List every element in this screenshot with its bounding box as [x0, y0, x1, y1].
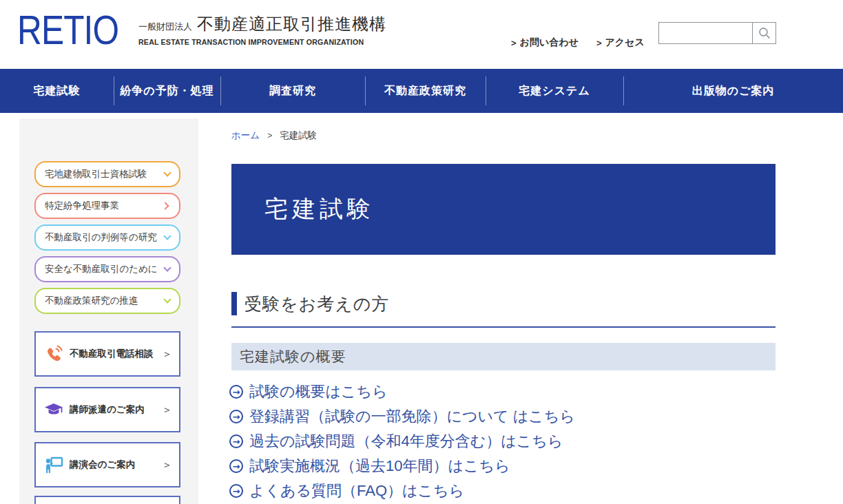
sidebar-item-label: 不動産取引の判例等の研究	[45, 231, 160, 244]
nav-item-takken-exam[interactable]: 宅建試験	[0, 69, 114, 113]
link-label: 登録講習（試験の一部免除）について はこちら	[249, 406, 575, 427]
link-label: よくある質問（FAQ）はこちら	[249, 481, 464, 501]
access-link[interactable]: > アクセス	[596, 36, 645, 49]
sidebar-item-label: 不動産政策研究の推進	[45, 295, 160, 307]
sidebar-item-safe-transactions[interactable]: 安全な不動産取引のために	[34, 256, 180, 282]
chevron-down-icon	[163, 264, 171, 271]
contact-link-label: お問い合わせ	[520, 36, 579, 49]
sidebar-item-dispute-resolution[interactable]: 特定紛争処理事業	[34, 193, 180, 219]
presenter-icon	[44, 455, 63, 474]
link-label: 試験の概要はこちら	[249, 381, 388, 402]
section-heading: 受験をお考えの方	[231, 292, 389, 315]
chevron-right-icon: ＞	[162, 403, 172, 417]
link-faq[interactable]: → よくある質問（FAQ）はこちら	[229, 479, 776, 503]
sidebar-item-label: 宅地建物取引士資格試験	[45, 168, 160, 180]
section-underline	[231, 326, 776, 328]
section-heading-bar	[231, 292, 237, 315]
info-box-label: 不動産取引電話相談	[70, 348, 156, 360]
search-input[interactable]	[659, 23, 752, 43]
chevron-right-icon: >	[511, 38, 517, 48]
arrow-circle-icon: →	[229, 434, 243, 448]
nav-item-publications[interactable]: 出版物のご案内	[623, 69, 843, 113]
breadcrumb-home-link[interactable]: ホーム	[231, 129, 260, 142]
nav-item-takken-system[interactable]: 宅建システム	[486, 69, 623, 113]
search-button[interactable]	[752, 23, 776, 43]
main-nav: 宅建試験 紛争の予防・処理 調査研究 不動産政策研究 宅建システム 出版物のご案…	[0, 69, 843, 113]
header-links: > お問い合わせ > アクセス	[511, 36, 645, 49]
info-box-label: 講師派遣のご案内	[70, 403, 156, 416]
search-box	[658, 22, 776, 44]
link-label: 試験実施概況（過去10年間）はこちら	[249, 456, 510, 476]
chevron-right-icon: ＞	[162, 459, 172, 472]
info-box-label: 講演会のご案内	[70, 459, 156, 471]
link-past-exam-questions[interactable]: → 過去の試験問題（令和4年度分含む）はこちら	[229, 429, 776, 454]
nav-item-research[interactable]: 調査研究	[220, 69, 365, 113]
link-list: → 試験の概要はこちら → 登録講習（試験の一部免除）について はこちら → 過…	[229, 379, 776, 503]
sidebar-item-case-law-research[interactable]: 不動産取引の判例等の研究	[34, 224, 180, 251]
subsection-banner: 宅建試験の概要	[231, 343, 776, 370]
search-icon	[758, 26, 771, 40]
section-title: 受験をお考えの方	[244, 293, 389, 315]
chevron-right-icon: >	[596, 38, 602, 48]
chevron-down-icon	[163, 295, 171, 303]
sidebar-item-label: 特定紛争処理事業	[45, 200, 158, 212]
contact-link[interactable]: > お問い合わせ	[511, 36, 579, 49]
arrow-circle-icon: →	[229, 484, 243, 498]
lecturer-dispatch-box[interactable]: 講師派遣のご案内 ＞	[34, 387, 180, 432]
breadcrumb-current: 宅建試験	[280, 129, 317, 142]
arrow-circle-icon: →	[229, 410, 243, 423]
page-title-banner: 宅建試験	[231, 164, 776, 255]
chevron-right-icon: ＞	[162, 348, 172, 361]
lecture-guide-box[interactable]: 講演会のご案内 ＞	[34, 442, 180, 487]
sidebar-item-takken-exam[interactable]: 宅地建物取引士資格試験	[34, 161, 180, 187]
link-exam-statistics[interactable]: → 試験実施概況（過去10年間）はこちら	[229, 454, 776, 479]
arrow-circle-icon: →	[229, 459, 243, 473]
chevron-right-icon	[161, 202, 169, 209]
sidebar: 宅地建物取引士資格試験 特定紛争処理事業 不動産取引の判例等の研究 安全な不動産…	[19, 118, 198, 504]
graduation-cap-icon	[44, 400, 63, 419]
info-box-partial[interactable]	[34, 496, 180, 504]
retio-logo: RETIO	[17, 10, 118, 50]
page: RETIO 一般財団法人 不動産適正取引推進機構 REAL ESTATE TRA…	[0, 0, 843, 504]
phone-icon	[44, 344, 63, 364]
org-prefix: 一般財団法人	[138, 21, 192, 33]
org-name: 不動産適正取引推進機構	[197, 13, 386, 35]
page-title: 宅建試験	[264, 193, 375, 225]
nav-item-policy-research[interactable]: 不動産政策研究	[365, 69, 486, 113]
phone-consultation-box[interactable]: 不動産取引電話相談 ＞	[34, 331, 180, 377]
org-name-en: REAL ESTATE TRANSACTION IMPROVEMENT ORGA…	[138, 38, 386, 46]
access-link-label: アクセス	[605, 36, 645, 49]
org-name-block: 一般財団法人 不動産適正取引推進機構 REAL ESTATE TRANSACTI…	[138, 13, 386, 46]
sidebar-item-label: 安全な不動産取引のために	[45, 263, 160, 275]
link-label: 過去の試験問題（令和4年度分含む）はこちら	[249, 431, 563, 452]
breadcrumb-separator: >	[267, 131, 272, 140]
subsection-title: 宅建試験の概要	[240, 347, 346, 366]
arrow-circle-icon: →	[229, 385, 243, 399]
link-exam-overview[interactable]: → 試験の概要はこちら	[229, 379, 776, 404]
chevron-down-icon	[163, 169, 171, 176]
breadcrumb: ホーム > 宅建試験	[231, 129, 317, 142]
sidebar-item-policy-promotion[interactable]: 不動産政策研究の推進	[34, 288, 180, 314]
logo[interactable]: RETIO 一般財団法人 不動産適正取引推進機構 REAL ESTATE TRA…	[17, 11, 386, 48]
nav-item-dispute[interactable]: 紛争の予防・処理	[114, 69, 220, 113]
link-registration-course[interactable]: → 登録講習（試験の一部免除）について はこちら	[229, 404, 776, 429]
chevron-down-icon	[163, 232, 171, 240]
